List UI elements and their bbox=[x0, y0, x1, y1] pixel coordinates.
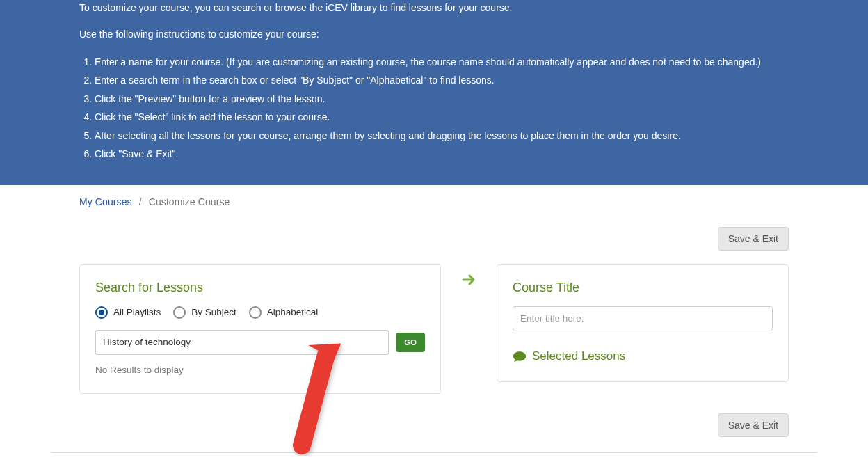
course-title-input[interactable] bbox=[513, 306, 773, 331]
breadcrumb-my-courses[interactable]: My Courses bbox=[79, 196, 132, 207]
no-results-text: No Results to display bbox=[95, 365, 425, 375]
banner-intro: To customize your course, you can search… bbox=[79, 0, 789, 15]
radio-label: All Playlists bbox=[113, 307, 161, 317]
radio-icon-unselected bbox=[249, 306, 262, 319]
banner-step: Click the "Select" link to add the lesso… bbox=[95, 109, 789, 126]
save-exit-button-bottom[interactable]: Save & Exit bbox=[718, 413, 789, 437]
search-lessons-card: Search for Lessons All Playlists By Subj… bbox=[79, 264, 441, 394]
banner-step: Enter a name for your course. (If you ar… bbox=[95, 54, 789, 71]
search-input[interactable] bbox=[95, 330, 389, 355]
radio-icon-unselected bbox=[173, 306, 186, 319]
banner-lead-in: Use the following instructions to custom… bbox=[79, 26, 789, 42]
banner-step: Enter a search term in the search box or… bbox=[95, 72, 789, 89]
banner-step: Click "Save & Exit". bbox=[95, 145, 789, 163]
course-title-heading: Course Title bbox=[513, 280, 773, 295]
breadcrumb-separator: / bbox=[139, 196, 142, 207]
go-button[interactable]: GO bbox=[396, 333, 425, 352]
radio-label: Alphabetical bbox=[267, 307, 319, 317]
save-exit-button-top[interactable]: Save & Exit bbox=[718, 227, 789, 251]
instruction-banner: To customize your course, you can search… bbox=[0, 0, 868, 185]
arrow-right-icon bbox=[460, 271, 477, 288]
radio-icon-selected bbox=[95, 306, 108, 319]
selected-lessons-label: Selected Lessons bbox=[532, 349, 625, 363]
course-title-card: Course Title Selected Lessons bbox=[497, 264, 789, 382]
arrow-divider bbox=[455, 264, 483, 288]
radio-label: By Subject bbox=[191, 307, 236, 317]
search-lessons-heading: Search for Lessons bbox=[95, 280, 425, 295]
radio-by-subject[interactable]: By Subject bbox=[173, 306, 236, 319]
radio-all-playlists[interactable]: All Playlists bbox=[95, 306, 161, 319]
radio-alphabetical[interactable]: Alphabetical bbox=[249, 306, 319, 319]
speech-bubble-icon bbox=[513, 350, 527, 363]
selected-lessons-heading: Selected Lessons bbox=[513, 349, 773, 363]
banner-steps: Enter a name for your course. (If you ar… bbox=[79, 54, 789, 163]
banner-step: After selecting all the lessons for your… bbox=[95, 127, 789, 145]
banner-step: Click the "Preview" button for a preview… bbox=[95, 90, 789, 108]
breadcrumb-current: Customize Course bbox=[149, 196, 230, 207]
breadcrumb: My Courses / Customize Course bbox=[79, 196, 789, 207]
page-footer: ©2024 - All Rights Reserved. (STUDENT-5)… bbox=[51, 452, 817, 460]
